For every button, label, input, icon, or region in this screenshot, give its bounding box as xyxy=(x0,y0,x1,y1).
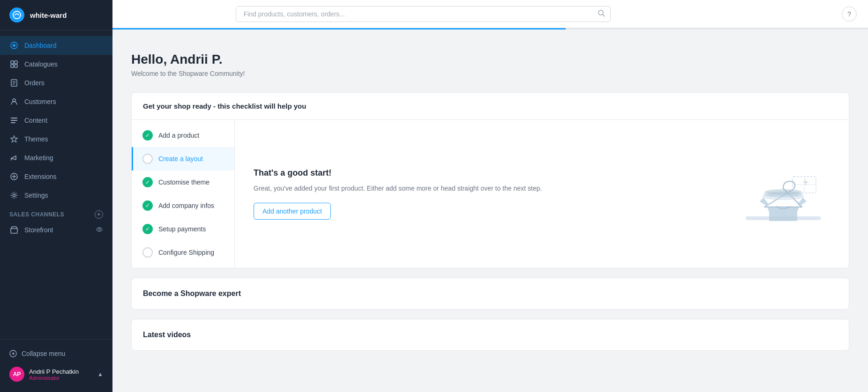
sidebar-item-extensions-label: Extensions xyxy=(24,173,56,180)
search-input[interactable] xyxy=(236,6,611,22)
checklist-item-company-infos[interactable]: ✓ Add company infos xyxy=(132,194,234,217)
sidebar-bottom: Collapse menu AP Andrii P Pechatkin Admi… xyxy=(0,339,112,392)
user-name: Andrii P Pechatkin xyxy=(29,368,79,375)
sidebar-item-settings[interactable]: Settings xyxy=(0,186,112,205)
checklist-illustration xyxy=(736,151,830,237)
page-subtitle: Welcome to the Shopware Community! xyxy=(131,70,849,77)
check-customise-theme: ✓ xyxy=(142,177,153,187)
sidebar-item-dashboard-label: Dashboard xyxy=(24,42,57,49)
svg-point-33 xyxy=(764,189,802,195)
sidebar-item-storefront[interactable]: Storefront xyxy=(0,221,112,239)
avatar: AP xyxy=(9,367,24,382)
checklist-body: ✓ Add a product Create a layout ✓ Custom… xyxy=(132,120,849,268)
sidebar-item-customers-label: Customers xyxy=(24,98,56,105)
checklist-steps: ✓ Add a product Create a layout ✓ Custom… xyxy=(132,120,235,268)
latest-videos-card: Latest videos xyxy=(131,319,849,351)
sidebar-item-catalogues[interactable]: Catalogues xyxy=(0,55,112,74)
themes-icon xyxy=(9,134,19,144)
marketing-icon xyxy=(9,153,19,163)
extensions-icon xyxy=(9,172,19,181)
checklist-setup-payments-label: Setup payments xyxy=(158,225,206,233)
latest-videos-title: Latest videos xyxy=(143,331,838,339)
svg-point-0 xyxy=(13,11,21,19)
become-expert-title: Become a Shopware expert xyxy=(143,289,838,298)
become-expert-card: Become a Shopware expert xyxy=(131,278,849,310)
sidebar-item-customers[interactable]: Customers xyxy=(0,92,112,111)
catalogues-icon xyxy=(9,59,19,69)
check-company-infos: ✓ xyxy=(142,200,153,211)
sidebar: white-ward Dashboard Catalogues xyxy=(0,0,112,392)
svg-rect-4 xyxy=(15,61,17,64)
svg-line-24 xyxy=(603,15,605,16)
check-add-product: ✓ xyxy=(142,130,153,141)
sales-channels-label: Sales Channels xyxy=(9,211,64,218)
checklist-configure-shipping-label: Configure Shipping xyxy=(158,249,214,256)
collapse-menu-button[interactable]: Collapse menu xyxy=(0,345,112,362)
checklist-card: Get your shop ready - this checklist wil… xyxy=(131,92,849,268)
checklist-header: Get your shop ready - this checklist wil… xyxy=(132,93,849,120)
checklist-company-infos-label: Add company infos xyxy=(158,202,214,209)
svg-rect-3 xyxy=(11,61,14,64)
svg-point-2 xyxy=(13,44,15,47)
checklist-add-product-label: Add a product xyxy=(158,132,199,139)
sidebar-item-marketing[interactable]: Marketing xyxy=(0,148,112,167)
svg-rect-14 xyxy=(11,122,15,123)
main-area: ? Hello, Andrii P. Welcome to the Shopwa… xyxy=(112,0,868,392)
search-bar xyxy=(236,6,611,22)
sales-channels-section[interactable]: Sales Channels + xyxy=(0,205,112,221)
check-configure-shipping xyxy=(142,247,153,258)
svg-point-18 xyxy=(13,194,15,197)
active-step-description: Great, you've added your first product. … xyxy=(254,184,718,193)
sidebar-item-themes-label: Themes xyxy=(24,135,48,143)
user-section[interactable]: AP Andrii P Pechatkin Administrator ▲ xyxy=(0,362,112,386)
sidebar-item-content-label: Content xyxy=(24,117,47,124)
add-sales-channel-icon[interactable]: + xyxy=(95,210,103,219)
svg-rect-5 xyxy=(11,65,14,67)
checklist-customise-theme-label: Customise theme xyxy=(158,178,210,186)
user-chevron-icon: ▲ xyxy=(97,371,103,377)
checklist-item-create-layout[interactable]: Create a layout xyxy=(132,147,234,170)
brand-name: white-ward xyxy=(30,11,67,19)
checklist-item-add-product[interactable]: ✓ Add a product xyxy=(132,124,234,147)
active-step-title: That's a good start! xyxy=(254,168,718,178)
page-title: Hello, Andrii P. xyxy=(131,52,849,67)
collapse-menu-label: Collapse menu xyxy=(22,350,65,357)
checklist-item-setup-payments[interactable]: ✓ Setup payments xyxy=(132,217,234,241)
storefront-icon xyxy=(9,225,19,235)
page-greeting: Hello, Andrii P. Welcome to the Shopware… xyxy=(131,52,849,77)
sidebar-item-marketing-label: Marketing xyxy=(24,154,53,162)
sidebar-item-extensions[interactable]: Extensions xyxy=(0,167,112,186)
topbar: ? xyxy=(112,0,868,28)
content-icon xyxy=(9,116,19,125)
user-role: Administrator xyxy=(29,375,79,381)
checklist-item-customise-theme[interactable]: ✓ Customise theme xyxy=(132,170,234,194)
sidebar-item-content[interactable]: Content xyxy=(0,111,112,130)
svg-point-11 xyxy=(13,99,15,102)
customers-icon xyxy=(9,97,19,106)
svg-point-21 xyxy=(98,229,100,230)
sidebar-header: white-ward xyxy=(0,0,112,30)
page-content: Hello, Andrii P. Welcome to the Shopware… xyxy=(112,30,868,392)
help-button[interactable]: ? xyxy=(842,7,857,22)
orders-icon xyxy=(9,78,19,88)
checklist-create-layout-label: Create a layout xyxy=(158,155,203,163)
add-another-product-button[interactable]: Add another product xyxy=(254,203,331,220)
svg-rect-6 xyxy=(15,65,17,67)
sidebar-item-dashboard[interactable]: Dashboard xyxy=(0,36,112,55)
search-icon xyxy=(598,9,605,19)
svg-rect-19 xyxy=(11,229,17,233)
sidebar-item-catalogues-label: Catalogues xyxy=(24,60,58,68)
settings-icon xyxy=(9,191,19,200)
svg-point-20 xyxy=(97,228,102,231)
sidebar-logo xyxy=(9,7,24,22)
check-create-layout xyxy=(142,154,153,164)
checklist-item-configure-shipping[interactable]: Configure Shipping xyxy=(132,241,234,264)
eye-icon xyxy=(96,226,103,235)
checklist-active-content: That's a good start! Great, you've added… xyxy=(235,120,849,268)
sidebar-item-orders-label: Orders xyxy=(24,79,45,87)
sidebar-nav: Dashboard Catalogues xyxy=(0,30,112,339)
sidebar-item-orders[interactable]: Orders xyxy=(0,74,112,92)
dashboard-icon xyxy=(9,41,19,50)
check-setup-payments: ✓ xyxy=(142,224,153,234)
sidebar-item-themes[interactable]: Themes xyxy=(0,130,112,148)
